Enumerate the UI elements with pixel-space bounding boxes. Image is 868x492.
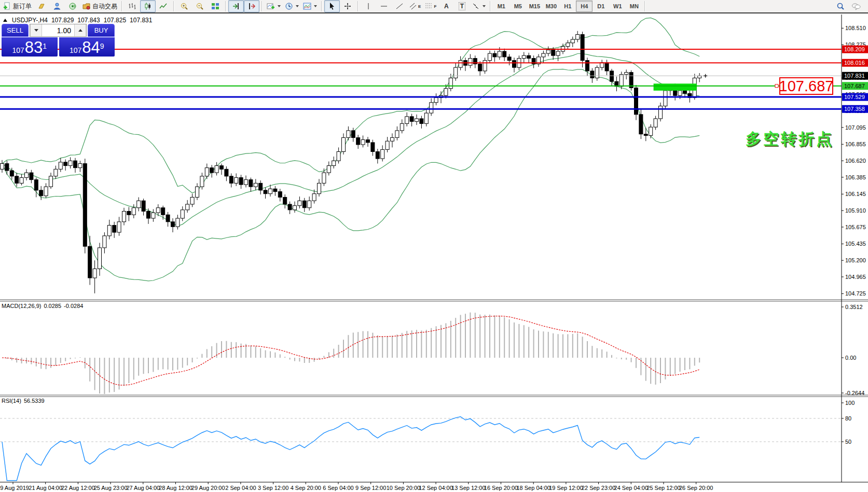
quote-low: 107.825 bbox=[104, 17, 126, 24]
chart-canvas[interactable]: 108.510108.275108.040107.800107.565107.3… bbox=[0, 15, 868, 492]
candle-bull bbox=[542, 53, 545, 57]
arrows-icon bbox=[472, 2, 480, 10]
templates-button[interactable] bbox=[301, 0, 319, 12]
candle-bull bbox=[444, 89, 448, 96]
sell-button[interactable]: SELL bbox=[2, 24, 29, 37]
candle-bull bbox=[122, 212, 126, 222]
periods-button[interactable] bbox=[283, 0, 301, 12]
timeframe-m1[interactable]: M1 bbox=[493, 1, 509, 12]
timeframe-mn[interactable]: MN bbox=[626, 1, 642, 12]
candle-bull bbox=[395, 131, 399, 138]
candle-bear bbox=[113, 226, 116, 233]
timeframe-h4[interactable]: H4 bbox=[576, 1, 593, 12]
time-tick-label: 25 Sep 12:00 bbox=[646, 485, 680, 491]
data-window-button[interactable] bbox=[65, 0, 80, 12]
macd-histogram bbox=[2, 313, 699, 394]
chart-profiles-button[interactable] bbox=[34, 0, 49, 12]
price-level-callout[interactable]: 107.687 bbox=[779, 77, 833, 95]
candle-bear bbox=[283, 197, 287, 204]
collapse-arrow-icon[interactable] bbox=[3, 19, 7, 22]
cursor-button[interactable] bbox=[324, 0, 340, 12]
zoom-out-button[interactable] bbox=[192, 0, 208, 12]
triangle-down-icon bbox=[34, 29, 38, 32]
timeframe-m15[interactable]: M15 bbox=[526, 1, 543, 12]
equidistant-channel-button[interactable]: E bbox=[407, 0, 423, 12]
horizontal-line-button[interactable] bbox=[376, 0, 392, 12]
macd-axis-label: -0.2644 bbox=[845, 390, 864, 396]
bar-chart-icon bbox=[128, 2, 136, 10]
time-tick-label: 21 Aug 04:00 bbox=[29, 485, 62, 491]
text-label-button[interactable]: T bbox=[454, 0, 470, 12]
candle-bear bbox=[371, 143, 375, 152]
buy-price-button[interactable]: 107849 bbox=[59, 37, 115, 57]
candle-bull bbox=[571, 39, 574, 43]
new-order-button[interactable]: 新订单 bbox=[1, 0, 34, 12]
time-tick-label: 25 Aug 23:00 bbox=[94, 485, 128, 491]
sell-price-button[interactable]: 107831 bbox=[2, 37, 58, 57]
timeframe-w1[interactable]: W1 bbox=[609, 1, 626, 12]
candle-bear bbox=[166, 215, 170, 222]
zoom-out-icon bbox=[196, 2, 204, 10]
candle-bull bbox=[44, 187, 48, 196]
quote-close: 107.831 bbox=[130, 17, 152, 24]
text-button[interactable]: A bbox=[438, 0, 454, 12]
one-click-trading-panel: SELL 1.00 BUY 107831 107849 bbox=[2, 24, 115, 57]
indicators-button[interactable] bbox=[265, 0, 283, 12]
buy-button[interactable]: BUY bbox=[88, 24, 115, 37]
candle-bull bbox=[1, 164, 4, 170]
volume-input[interactable]: 1.00 bbox=[42, 24, 74, 36]
candle-bull bbox=[20, 178, 23, 184]
crosshair-icon bbox=[343, 2, 352, 10]
tile-windows-icon bbox=[211, 2, 219, 10]
timeframe-m5[interactable]: M5 bbox=[509, 1, 526, 12]
candle-bull bbox=[269, 189, 272, 193]
volume-decrease-button[interactable] bbox=[30, 24, 42, 36]
auto-scroll-button[interactable] bbox=[228, 0, 244, 12]
macd-value: 0.0285 bbox=[44, 303, 61, 309]
candle-bear bbox=[581, 35, 584, 61]
volume-increase-button[interactable] bbox=[74, 24, 86, 36]
crosshair-button[interactable] bbox=[340, 0, 355, 12]
candle-bull bbox=[430, 103, 433, 113]
new-order-label: 新订单 bbox=[13, 2, 32, 11]
timeframe-d1[interactable]: D1 bbox=[593, 1, 609, 12]
time-tick-label: 29 Aug 20:00 bbox=[191, 485, 225, 491]
timeframe-m30[interactable]: M30 bbox=[543, 1, 559, 12]
candle-bull bbox=[337, 151, 340, 161]
candle-bear bbox=[351, 131, 355, 138]
timeframe-group: M1M5M15M30H1H4D1W1MN bbox=[493, 1, 642, 12]
candle-bull bbox=[556, 51, 560, 55]
bar-chart-button[interactable] bbox=[125, 0, 140, 12]
zoom-in-button[interactable] bbox=[176, 0, 192, 12]
chart-annotation-text[interactable]: 多空转折点 bbox=[746, 129, 834, 150]
search-button[interactable] bbox=[833, 0, 848, 12]
candlestick-chart-button[interactable] bbox=[140, 0, 156, 12]
timeframe-h1[interactable]: H1 bbox=[559, 1, 576, 12]
tile-windows-button[interactable] bbox=[208, 0, 223, 12]
chat-button[interactable] bbox=[848, 0, 864, 12]
market-watch-button[interactable] bbox=[49, 0, 65, 12]
line-chart-button[interactable] bbox=[156, 0, 171, 12]
auto-trading-label: 自动交易 bbox=[92, 2, 117, 11]
rsi-label: RSI(14) 56.5339 bbox=[2, 398, 45, 404]
candle-bear bbox=[420, 119, 423, 123]
fibonacci-button[interactable]: F bbox=[423, 0, 438, 12]
candle-bull bbox=[625, 73, 628, 75]
candle-bear bbox=[527, 55, 531, 58]
chart-shift-icon bbox=[247, 2, 256, 10]
macd-signal-line bbox=[2, 316, 699, 385]
chart-shift-button[interactable] bbox=[244, 0, 259, 12]
candle-bull bbox=[54, 169, 58, 176]
auto-trading-icon bbox=[82, 2, 91, 10]
candle-bull bbox=[137, 201, 141, 208]
market-watch-icon bbox=[53, 2, 61, 10]
arrows-button[interactable] bbox=[470, 0, 488, 12]
candle-bull bbox=[576, 35, 580, 39]
vertical-line-button[interactable] bbox=[361, 0, 376, 12]
auto-trading-button[interactable]: 自动交易 bbox=[80, 0, 119, 12]
trendline-button[interactable] bbox=[392, 0, 407, 12]
zoom-in-icon bbox=[180, 2, 188, 10]
candle-bull bbox=[132, 208, 135, 215]
candle-bull bbox=[327, 166, 330, 173]
candle-bull bbox=[459, 61, 462, 68]
